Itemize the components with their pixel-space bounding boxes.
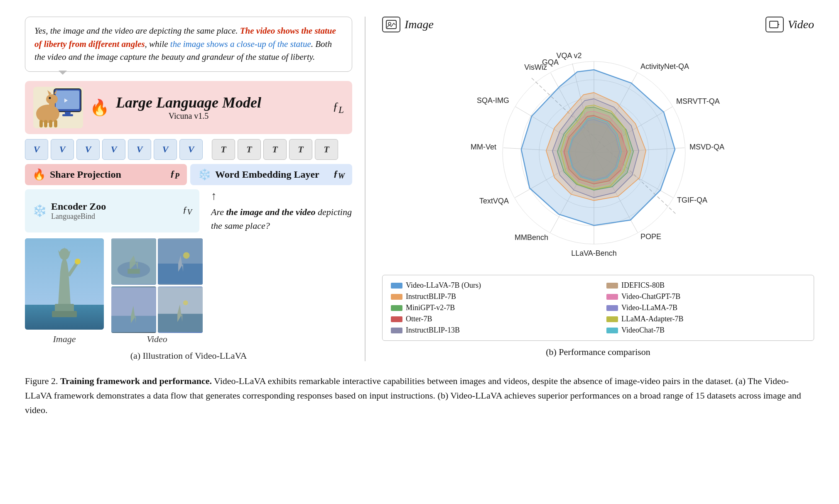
video-cell-4 (158, 286, 203, 333)
svg-marker-45 (778, 23, 780, 26)
legend-item-8: InstructBLIP-13B (391, 326, 590, 335)
svg-point-9 (49, 97, 51, 99)
statue-svg (25, 238, 104, 330)
radar-label-msvd: MSVD-QA (689, 143, 724, 151)
image-label-container: Image (25, 334, 104, 345)
legend-color-1 (606, 283, 618, 289)
share-proj-label: Share Projection (50, 169, 121, 180)
legend-color-4 (391, 305, 402, 311)
radar-label-mmvet: MM-Vet (471, 143, 496, 151)
encoder-text-block: Encoder Zoo LanguageBind (51, 201, 106, 221)
word-embed-box: ❄️ Word Embedding Layer ƒW (190, 164, 352, 185)
legend-color-7 (606, 316, 618, 322)
svg-rect-26 (52, 311, 77, 317)
video-grid-container (111, 238, 203, 330)
legend-box: Video-LLaVA-7B (Ours) IDEFICS-80B Instru… (382, 275, 814, 341)
image-caption-row: Image Video (25, 334, 352, 345)
visual-token-2: V (51, 139, 74, 160)
svg-point-21 (75, 259, 81, 264)
speech-plain2: , while (145, 39, 170, 49)
legend-label-4: MiniGPT-v2-7B (406, 303, 455, 312)
radar-chart-svg: VQA v2 ActivityNet-QA MSRVTT-QA MSVD-QA … (453, 37, 743, 269)
svg-rect-11 (44, 120, 47, 127)
legend-color-9 (606, 328, 618, 333)
radar-label-sqaimg: SQA-IMG (477, 96, 509, 105)
right-image-label: Image (405, 18, 434, 31)
fig-num: Figure 2. (25, 376, 58, 386)
right-sub-caption: (b) Performance comparison (382, 347, 814, 357)
main-figure: Yes, the image and the video are depicti… (25, 17, 814, 361)
radar-label-textvqa: TextVQA (479, 197, 509, 205)
legend-color-2 (391, 294, 402, 300)
legend-label-0: Video-LLaVA-7B (Ours) (406, 281, 481, 290)
text-token-5: T (315, 139, 338, 160)
right-video-label: Video (788, 18, 814, 31)
chart-header: Image Video (382, 17, 814, 32)
speech-bubble: Yes, the image and the video are depicti… (25, 17, 352, 72)
image-chart-label: Image (382, 17, 434, 32)
llm-formula: ƒL (333, 100, 344, 115)
video-aerial2 (158, 238, 203, 285)
left-sub-caption: (a) Illustration of Video-LLaVA (25, 350, 352, 361)
word-embed-label: Word Embedding Layer (215, 169, 319, 180)
legend-color-6 (391, 316, 402, 322)
image-grid-row (25, 238, 352, 330)
projection-row: 🔥 Share Projection ƒP ❄️ Word Embedding … (25, 164, 352, 185)
image-chart-icon (382, 17, 400, 32)
legend-item-9: VideoChat-7B (606, 326, 805, 335)
radar-label-msrvtt: MSRVTT-QA (676, 97, 720, 105)
llm-subtitle: Vicuna v1.5 (116, 111, 261, 121)
image-icon-svg (385, 20, 397, 29)
speech-blue: the image shows a close-up of the statue (170, 39, 311, 49)
token-row: V V V V V V V T T T T T (25, 139, 352, 160)
legend-label-7: LLaMA-Adapter-7B (621, 315, 684, 323)
legend-color-0 (391, 283, 402, 289)
svg-rect-10 (39, 120, 43, 127)
video-aerial1 (111, 238, 156, 285)
radar-container: VQA v2 ActivityNet-QA MSRVTT-QA MSVD-QA … (382, 37, 814, 269)
llm-title: Large Language Model (116, 94, 261, 111)
right-panel: Image Video (366, 17, 814, 361)
legend-color-5 (606, 305, 618, 311)
text-token-3: T (263, 139, 287, 160)
video-chart-label: Video (765, 17, 814, 32)
share-proj-icon: 🔥 (32, 168, 46, 181)
video-label: Video (147, 334, 167, 344)
svg-rect-2 (56, 91, 79, 109)
legend-item-0: Video-LLaVA-7B (Ours) (391, 281, 590, 290)
video-cell-2 (158, 238, 203, 285)
query-bold: the image and the video (226, 207, 315, 217)
radar-label-pope: POPE (640, 232, 661, 241)
video-aerial4 (158, 286, 203, 333)
radar-bg: VQA v2 ActivityNet-QA MSRVTT-QA MSVD-QA … (471, 51, 724, 257)
word-embed-formula: ƒW (334, 168, 345, 181)
text-token-1: T (212, 139, 235, 160)
legend-item-2: InstructBLIP-7B (391, 292, 590, 301)
radar-label-mmbench: MMBench (515, 233, 548, 242)
legend-label-5: Video-LLaMA-7B (621, 303, 677, 312)
legend-label-3: Video-ChatGPT-7B (621, 292, 680, 301)
legend-label-9: VideoChat-7B (621, 326, 665, 335)
radar-label-vqa: VQA v2 (556, 51, 581, 60)
statue-placeholder (25, 238, 104, 330)
query-text: Are the image and the video depicting th… (211, 205, 352, 232)
video-cell-1 (111, 238, 156, 285)
video-chart-icon (765, 17, 784, 32)
visual-token-5: V (128, 139, 151, 160)
video-grid (111, 238, 203, 330)
svg-point-34 (183, 252, 190, 259)
encoder-subtitle: LanguageBind (51, 212, 106, 221)
encoder-box: ❄️ Encoder Zoo LanguageBind ƒV (25, 189, 199, 232)
svg-rect-44 (770, 21, 778, 28)
arrow-up-icon: ↑ (211, 189, 217, 203)
radar-label-gqa2: GQA (542, 58, 559, 66)
image-label: Image (53, 334, 76, 344)
fig-bold: Training framework and performance. (60, 376, 212, 386)
visual-token-4: V (102, 139, 125, 160)
share-projection-box: 🔥 Share Projection ƒP (25, 164, 187, 185)
svg-rect-15 (62, 114, 73, 116)
left-panel: Yes, the image and the video are depicti… (25, 17, 366, 361)
legend-label-6: Otter-7B (406, 315, 432, 323)
encoder-formula: ƒV (183, 204, 192, 217)
legend-item-3: Video-ChatGPT-7B (606, 292, 805, 301)
